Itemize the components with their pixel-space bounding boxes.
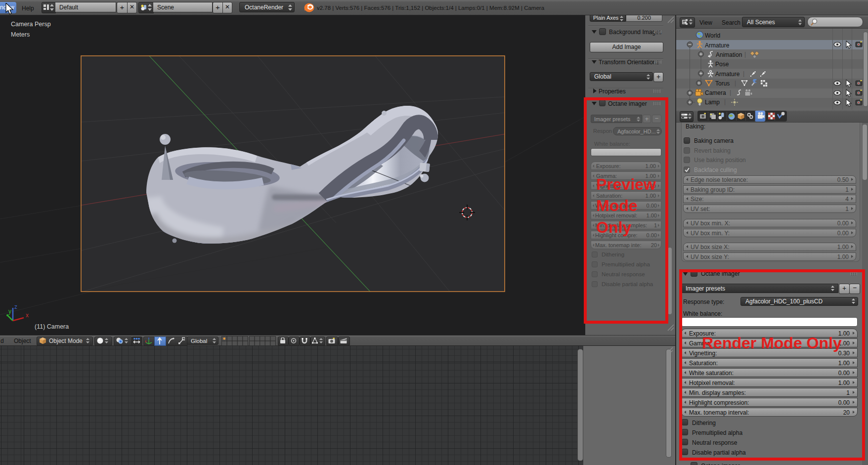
svg-text:(11) Camera: (11) Camera <box>35 323 69 330</box>
svg-text:z: z <box>14 303 17 310</box>
svg-text:y: y <box>8 308 11 315</box>
svg-text:x: x <box>26 312 29 319</box>
svg-text:Camera Persp: Camera Persp <box>11 21 51 28</box>
svg-text:Meters: Meters <box>11 31 30 38</box>
